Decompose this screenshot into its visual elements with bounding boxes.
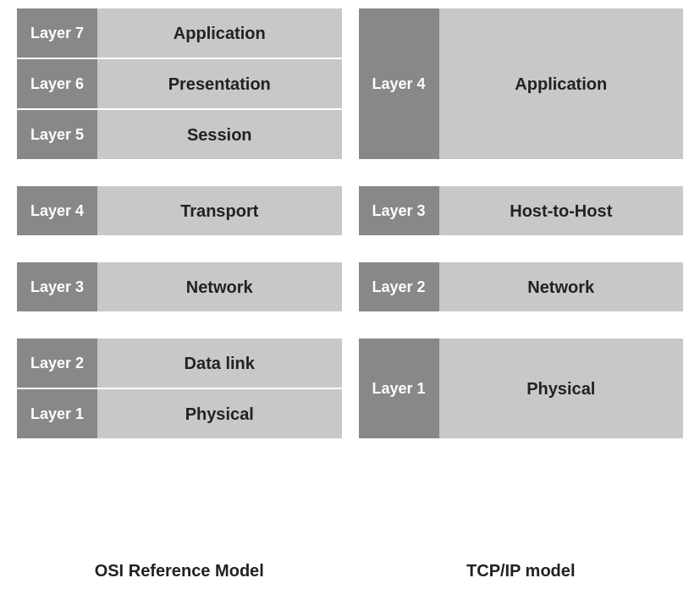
osi-layer-3-name: Network [97, 262, 342, 311]
osi-layer-3-label: Layer 3 [17, 262, 97, 311]
model-labels-row: OSI Reference Model TCP/IP model [17, 561, 683, 581]
osi-layer-1-name: Physical [97, 389, 342, 438]
tcpip-model-title: TCP/IP model [359, 561, 684, 581]
tcpip-gap-2 [359, 247, 684, 262]
tcpip-group-2: Layer 3 Host-to-Host [359, 186, 684, 237]
osi-layer-4-name: Transport [97, 186, 342, 235]
osi-layer-7-row: Layer 7 Application [17, 8, 342, 58]
osi-layer-6-row: Layer 6 Presentation [17, 59, 342, 108]
tcpip-layer-4-label: Layer 4 [359, 8, 439, 159]
osi-group-2: Layer 4 Transport [17, 186, 342, 237]
osi-column: Layer 7 Application Layer 6 Presentation… [17, 8, 342, 556]
osi-layer-7-label: Layer 7 [17, 8, 97, 58]
osi-layer-1-row: Layer 1 Physical [17, 389, 342, 438]
osi-model-title: OSI Reference Model [17, 561, 342, 581]
tcpip-group-1: Layer 4 Application [359, 8, 684, 161]
osi-layer-5-row: Layer 5 Session [17, 110, 342, 159]
osi-layer-5-label: Layer 5 [17, 110, 97, 159]
tcpip-layer-1-label: Layer 1 [359, 339, 439, 438]
tcpip-layer-2-name: Network [439, 262, 684, 311]
osi-group-1: Layer 7 Application Layer 6 Presentation… [17, 8, 342, 161]
osi-gap-2 [17, 247, 342, 262]
osi-layer-3-row: Layer 3 Network [17, 262, 342, 311]
osi-gap-3 [17, 323, 342, 339]
comparison-diagram: Layer 7 Application Layer 6 Presentation… [17, 8, 683, 556]
osi-layer-4-label: Layer 4 [17, 186, 97, 235]
osi-gap-1 [17, 171, 342, 186]
tcpip-layer-3-label: Layer 3 [359, 186, 439, 235]
osi-layer-5-name: Session [97, 110, 342, 159]
osi-layer-4-row: Layer 4 Transport [17, 186, 342, 235]
osi-group-4: Layer 2 Data link Layer 1 Physical [17, 339, 342, 440]
tcpip-group-4: Layer 1 Physical [359, 339, 684, 440]
tcpip-group-3: Layer 2 Network [359, 262, 684, 313]
osi-group-3: Layer 3 Network [17, 262, 342, 313]
osi-layer-7-name: Application [97, 8, 342, 58]
tcpip-layer-4-name: Application [439, 8, 684, 159]
tcpip-layer-1-row: Layer 1 Physical [359, 339, 684, 438]
osi-layer-2-row: Layer 2 Data link [17, 339, 342, 388]
osi-layer-2-name: Data link [97, 339, 342, 388]
tcpip-column: Layer 4 Application Layer 3 Host-to-Host… [359, 8, 684, 556]
osi-layer-2-label: Layer 2 [17, 339, 97, 388]
osi-layer-6-label: Layer 6 [17, 59, 97, 108]
osi-layer-1-label: Layer 1 [17, 389, 97, 438]
tcpip-layer-2-label: Layer 2 [359, 262, 439, 311]
tcpip-gap-1 [359, 171, 684, 186]
tcpip-layer-3-name: Host-to-Host [439, 186, 684, 235]
tcpip-gap-3 [359, 323, 684, 339]
tcpip-layer-2-row: Layer 2 Network [359, 262, 684, 311]
tcpip-layer-4-row: Layer 4 Application [359, 8, 684, 159]
tcpip-layer-3-row: Layer 3 Host-to-Host [359, 186, 684, 235]
tcpip-layer-1-name: Physical [439, 339, 684, 438]
osi-layer-6-name: Presentation [97, 59, 342, 108]
